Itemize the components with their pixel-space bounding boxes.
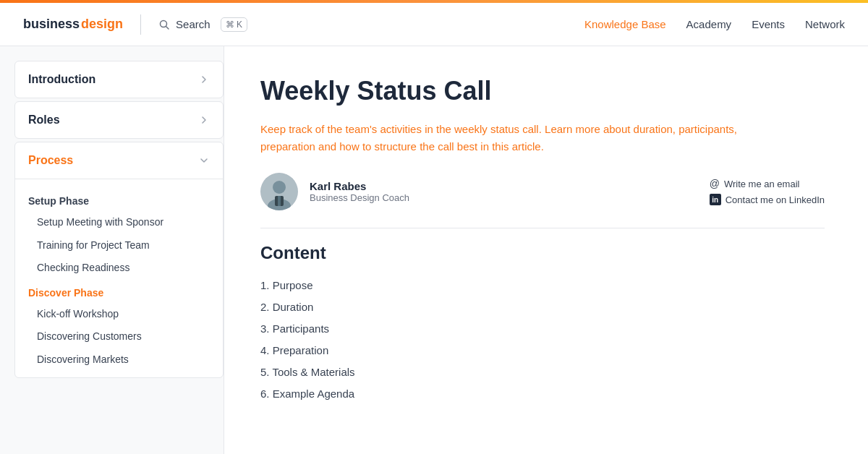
sidebar-section-process: Process Setup Phase Setup Meeting with S… <box>14 142 224 378</box>
sidebar-item-discovering-customers[interactable]: Discovering Customers <box>15 325 223 348</box>
list-item: 6. Example Agenda <box>260 383 825 405</box>
list-item: 1. Purpose <box>260 275 825 296</box>
list-item: 2. Duration <box>260 296 825 318</box>
logo[interactable]: business design <box>23 17 123 32</box>
nav-knowledge-base[interactable]: Knowledge Base <box>584 18 666 30</box>
sidebar-item-setup-meeting[interactable]: Setup Meeting with Sponsor <box>15 211 223 234</box>
author-name: Karl Rabes <box>310 180 698 192</box>
content-section: Content 1. Purpose 2. Duration 3. Partic… <box>260 243 825 405</box>
nav-academy[interactable]: Academy <box>686 18 732 30</box>
nav-events[interactable]: Events <box>752 18 785 30</box>
sidebar-roles-label: Roles <box>28 113 60 127</box>
author-email-link[interactable]: @ Write me an email <box>710 178 825 189</box>
logo-business: business <box>23 17 80 32</box>
email-icon: @ <box>710 178 720 189</box>
article-intro: Keep track of the team's activities in t… <box>260 121 752 155</box>
sidebar-section-roles: Roles <box>14 101 224 139</box>
svg-rect-6 <box>278 196 281 206</box>
sidebar-header-roles[interactable]: Roles <box>15 102 223 138</box>
nav-network[interactable]: Network <box>805 18 845 30</box>
list-item: 4. Preparation <box>260 340 825 361</box>
search-kbd: ⌘ K <box>221 17 247 32</box>
list-item: 5. Tools & Materials <box>260 361 825 383</box>
sidebar-header-process[interactable]: Process <box>15 142 223 179</box>
chevron-right-icon <box>198 74 210 85</box>
avatar <box>260 173 298 210</box>
sidebar: Introduction Roles Process <box>0 46 224 454</box>
chevron-down-icon-process <box>198 155 210 166</box>
header-nav: Knowledge Base Academy Events Network <box>584 18 845 30</box>
svg-point-3 <box>273 181 286 194</box>
svg-line-1 <box>166 26 169 29</box>
linkedin-label: Contact me on LinkedIn <box>726 194 825 205</box>
sidebar-item-training[interactable]: Training for Project Team <box>15 234 223 257</box>
author-role: Business Design Coach <box>310 192 698 203</box>
sidebar-item-kickoff[interactable]: Kick-off Workshop <box>15 303 223 326</box>
search-bar[interactable]: Search ⌘ K <box>158 17 247 32</box>
sidebar-item-discovering-markets[interactable]: Discovering Markets <box>15 348 223 372</box>
list-item: 3. Participants <box>260 318 825 340</box>
author-linkedin-link[interactable]: in Contact me on LinkedIn <box>710 194 825 205</box>
logo-design: design <box>81 17 123 32</box>
phase-setup: Setup Phase <box>15 188 223 211</box>
chevron-right-icon-roles <box>198 114 210 126</box>
sidebar-introduction-label: Introduction <box>28 73 95 86</box>
sidebar-item-checking-readiness[interactable]: Checking Readiness <box>15 257 223 280</box>
article-title: Weekly Status Call <box>260 75 825 106</box>
sidebar-process-label: Process <box>28 154 73 167</box>
linkedin-icon: in <box>710 194 721 205</box>
content-list: 1. Purpose 2. Duration 3. Participants 4… <box>260 275 825 405</box>
search-icon <box>158 19 170 30</box>
sidebar-section-introduction: Introduction <box>14 61 224 98</box>
phase-discover: Discover Phase <box>15 280 223 303</box>
author-links: @ Write me an email in Contact me on Lin… <box>710 178 825 205</box>
author-block: Karl Rabes Business Design Coach @ Write… <box>260 173 825 210</box>
search-label: Search <box>176 18 210 30</box>
content-divider <box>260 228 825 228</box>
author-info: Karl Rabes Business Design Coach <box>310 180 698 203</box>
content-title: Content <box>260 243 825 263</box>
layout: Introduction Roles Process <box>0 46 868 454</box>
header: business design Search ⌘ K Knowledge Bas… <box>0 3 868 46</box>
main-content: Weekly Status Call Keep track of the tea… <box>224 46 868 454</box>
sidebar-header-introduction[interactable]: Introduction <box>15 61 223 98</box>
header-divider <box>140 14 141 35</box>
sidebar-process-expanded: Setup Phase Setup Meeting with Sponsor T… <box>15 179 223 377</box>
email-label: Write me an email <box>724 179 800 189</box>
